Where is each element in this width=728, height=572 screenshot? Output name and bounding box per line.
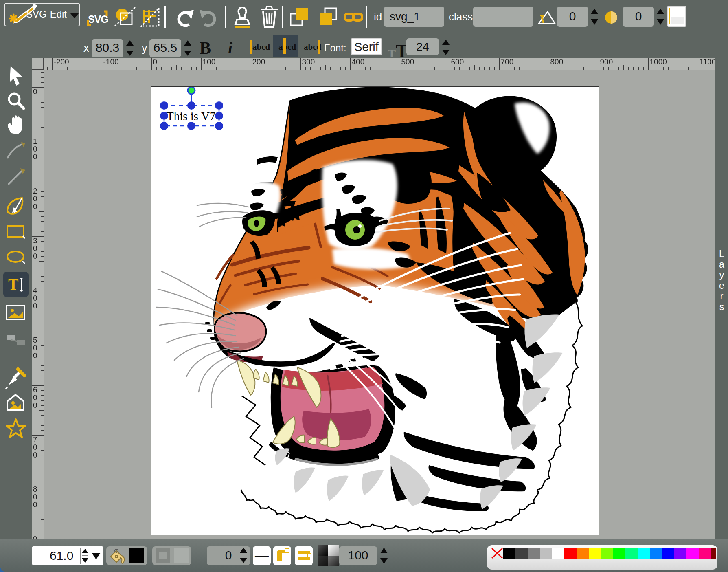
svg-text:T: T <box>8 276 18 293</box>
svg-text:This is V7: This is V7 <box>167 110 215 123</box>
svg-text:SVG: SVG <box>88 13 108 25</box>
